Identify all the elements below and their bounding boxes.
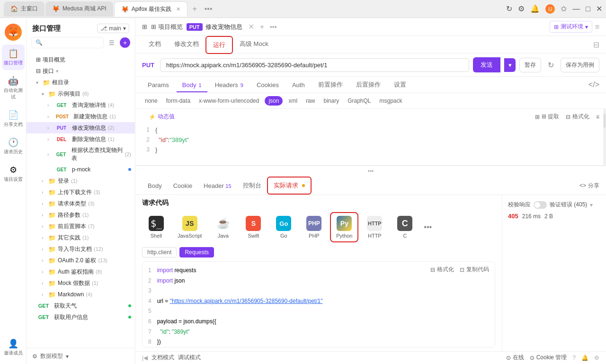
format-code-button[interactable]: ⊟ 格式化: [430, 266, 454, 274]
lang-more-icon[interactable]: •••: [421, 220, 435, 234]
interface-nav[interactable]: ⊟ 接口 ▾: [27, 65, 135, 77]
tab-headers[interactable]: Headers 9: [209, 78, 249, 92]
settings-icon[interactable]: ⚙: [518, 4, 525, 13]
body-type-xml[interactable]: xml: [285, 96, 300, 106]
expand-icon[interactable]: ⊟: [593, 40, 599, 49]
body-type-formdata[interactable]: form-data: [163, 96, 193, 106]
lang-swift[interactable]: S Swift: [239, 213, 267, 242]
folder-upload[interactable]: › 📁 上传下载文件 (3): [27, 186, 135, 198]
tab-params[interactable]: Params: [142, 78, 175, 92]
api-user[interactable]: GET 获取用户信息: [27, 311, 135, 323]
tab-medusa[interactable]: 🦊 Medusa 商城 API: [45, 1, 113, 17]
user-avatar[interactable]: U: [545, 4, 555, 14]
api-pet-get-status[interactable]: › GET 根据状态查找宠物列表 (2): [27, 145, 135, 164]
folder-oauth[interactable]: › 📁 OAuth 2.0 鉴权 (13): [27, 255, 135, 266]
sidebar-item-interface[interactable]: 📋 接口管理: [2, 44, 25, 70]
close-window-icon[interactable]: ✕: [596, 4, 602, 13]
body-type-binary[interactable]: binary: [321, 96, 342, 106]
sidebar-item-automation[interactable]: 🤖 自动化测试: [2, 72, 25, 104]
api-pet-post[interactable]: › POST 新建宠物信息 (1): [27, 111, 135, 122]
filter-icon[interactable]: ☰: [107, 37, 117, 48]
lang-http[interactable]: HTTP HTTP: [360, 213, 389, 242]
tab-doc[interactable]: 文档: [142, 36, 168, 53]
folder-markdown[interactable]: › 📁 Markdown (4): [27, 289, 135, 300]
folder-import[interactable]: › 📁 导入导出文档 (12): [27, 243, 135, 255]
tab-auth[interactable]: Auth: [286, 78, 311, 92]
tab-pre-op[interactable]: 前置操作: [312, 77, 348, 93]
code-view-icon[interactable]: </>: [588, 80, 599, 89]
debug-mode-label[interactable]: 调试模式: [178, 354, 201, 362]
folder-example[interactable]: ▾ 📁 示例项目 (6): [27, 88, 135, 99]
new-tab-button[interactable]: +: [188, 5, 200, 13]
folder-prepost[interactable]: › 📁 前后置脚本 (7): [27, 221, 135, 232]
format-button[interactable]: ⊟ 格式化: [566, 113, 589, 121]
send-dropdown-button[interactable]: ▾: [504, 58, 516, 72]
extract-button[interactable]: ⊞ ⊞ 提取: [535, 113, 559, 121]
save-example-button[interactable]: 保存为用例: [561, 58, 599, 72]
api-pet-del[interactable]: › DEL 删除宠物信息 (1): [27, 133, 135, 145]
doc-mode-label[interactable]: 文档模式: [152, 354, 174, 362]
root-folder[interactable]: ▾ 📁 根目录: [27, 77, 135, 88]
tab-cookies[interactable]: Cookies: [251, 78, 285, 92]
add-button[interactable]: +: [120, 37, 130, 48]
sub-tab-requests[interactable]: Requests: [179, 247, 214, 257]
resp-tab-body[interactable]: Body: [142, 178, 168, 193]
share-button[interactable]: <> 分享: [579, 182, 599, 190]
code-url-link[interactable]: "https://mock.apipark.cn/m1/3656905-3285…: [170, 298, 323, 304]
minimize-icon[interactable]: —: [572, 5, 580, 13]
refresh-button[interactable]: ↻: [545, 58, 557, 72]
sidebar-item-members[interactable]: 👤 邀请成员: [2, 335, 25, 360]
bottom-settings-icon[interactable]: ⚙: [594, 355, 599, 361]
code-editor-lines[interactable]: 1 { 2 "id":"389yt" 3 }: [135, 124, 606, 157]
url-input[interactable]: [160, 58, 469, 72]
resp-tab-actual[interactable]: 实际请求: [267, 177, 312, 195]
maximize-icon[interactable]: □: [586, 5, 590, 13]
search-input[interactable]: [31, 37, 104, 48]
tab-edit[interactable]: 修改文档: [168, 36, 205, 53]
sub-tab-httpclient[interactable]: http.client: [142, 247, 177, 257]
tab-menu-button[interactable]: •••: [202, 5, 215, 13]
lang-shell[interactable]: $_ Shell: [142, 213, 170, 242]
data-model-link[interactable]: ⚙ 数据模型 ▾: [27, 348, 135, 364]
dynamic-tag[interactable]: ⚡ 动态值: [142, 111, 181, 123]
alert-icon[interactable]: 🔔: [581, 355, 588, 361]
folder-mock[interactable]: › 📁 Mock 假数据 (1): [27, 277, 135, 289]
refresh-icon[interactable]: ↻: [506, 4, 512, 13]
tab-mock[interactable]: 高级 Mock: [233, 36, 275, 53]
tab-body[interactable]: Body 1: [177, 78, 207, 92]
validate-chevron[interactable]: ▾: [590, 202, 593, 208]
folder-body[interactable]: › 📁 请求体类型 (3): [27, 198, 135, 209]
lang-php[interactable]: PHP PHP: [300, 213, 328, 242]
project-overview-link[interactable]: ⊞ ⊞ 项目概览: [142, 23, 183, 31]
sidebar-item-settings[interactable]: ⚙ 项目设置: [2, 161, 25, 186]
folder-path[interactable]: › 📁 路径参数 (1): [27, 209, 135, 221]
project-overview-nav[interactable]: ⊞ 项目概览: [27, 54, 135, 65]
resp-tab-console[interactable]: 控制台: [237, 178, 267, 194]
tab-run[interactable]: 运行: [205, 36, 233, 54]
question-icon[interactable]: ?: [572, 355, 576, 361]
body-type-none[interactable]: none: [142, 96, 160, 106]
folder-auth[interactable]: › 📁 Auth 鉴权指南 (8): [27, 266, 135, 277]
lang-javascript[interactable]: JS JavaScript: [172, 213, 207, 242]
folder-login[interactable]: › 📁 登录 (1): [27, 175, 135, 186]
branch-selector[interactable]: ⎇ main ▾: [97, 24, 129, 33]
tab-apifox-close[interactable]: ✕: [176, 6, 180, 12]
api-p-mock[interactable]: GET p-mock: [27, 164, 135, 175]
api-pet-put[interactable]: › PUT 修改宠物信息 (2): [27, 122, 135, 133]
body-type-graphql[interactable]: GraphQL: [345, 96, 374, 106]
bookmark-icon[interactable]: ✩: [561, 4, 567, 13]
lang-c[interactable]: C C: [391, 213, 419, 242]
lang-python[interactable]: Py Python: [330, 212, 358, 242]
env-selector[interactable]: ⊞ 测试环境 ▾: [550, 21, 592, 33]
tab-apifox[interactable]: 🦊 Apifox 最佳实践 ✕: [114, 1, 188, 17]
folder-others[interactable]: › 📁 其它实践 (1): [27, 232, 135, 243]
resp-tab-cookie[interactable]: Cookie: [168, 178, 198, 193]
api-weather[interactable]: GET 获取天气: [27, 300, 135, 311]
tab-main[interactable]: 🏠 主窗口: [4, 1, 45, 17]
lang-java[interactable]: ☕ Java: [209, 213, 237, 242]
code-display[interactable]: ⊟ 格式化 ⊡ 复制代码 1 import requests: [142, 261, 495, 347]
add-tab-icon[interactable]: +: [260, 23, 264, 31]
sort-icon-btn[interactable]: ≡: [596, 113, 599, 121]
tab-post-op[interactable]: 后置操作: [350, 77, 386, 93]
more-tabs-icon[interactable]: •••: [270, 23, 277, 31]
